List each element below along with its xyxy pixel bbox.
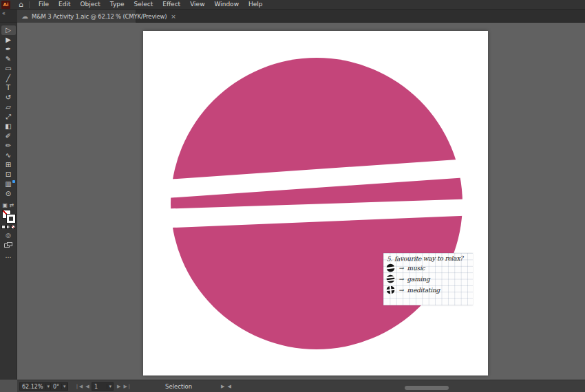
pen-tool[interactable]: ✒	[1, 45, 16, 54]
column-graph-tool[interactable]: ▥	[1, 179, 16, 189]
none-button[interactable]	[11, 225, 15, 229]
color-mode-row	[1, 225, 16, 229]
rotation-dropdown-icon[interactable]: ▾	[61, 384, 67, 389]
stroke-swatch[interactable]	[7, 215, 15, 223]
paintbrush-tool-icon: ✐	[6, 131, 11, 141]
status-popup-icons[interactable]: ▶◀	[221, 384, 234, 389]
pencil-tool[interactable]: ✏	[1, 141, 16, 151]
document-tab[interactable]: ☁ M&M 3 Activity 1.aic @ 62.12 % (CMYK/P…	[17, 10, 136, 23]
rotate-tool-icon: ↺	[6, 93, 11, 102]
shaper-tool[interactable]: ∿	[1, 151, 16, 160]
close-tab-icon[interactable]: ×	[171, 13, 176, 20]
zoom-tool[interactable]: ⊙	[1, 189, 16, 199]
rectangle-tool[interactable]: ▭	[1, 64, 16, 74]
screen-mode-icon[interactable]	[4, 242, 12, 248]
rotation-field[interactable]: 0° ▾	[50, 382, 68, 391]
menu-window[interactable]: Window	[210, 0, 244, 9]
edit-toolbar-button[interactable]: ⋯	[6, 254, 12, 261]
rotation-value: 0°	[51, 384, 61, 390]
first-artboard-icon[interactable]: ❘◀	[75, 384, 83, 389]
status-bar: 62.12% ▾ 0° ▾ ❘◀ ◀ 1 ▾ ▶ ▶❘ Selection ▶◀	[17, 380, 585, 392]
note-row-music: → music	[383, 263, 473, 273]
note-label-meditating: meditating	[407, 287, 440, 294]
note-row-gaming: → gaming	[383, 274, 473, 284]
status-collapse-icon[interactable]: ◀	[227, 384, 233, 389]
gradient-tool[interactable]: ◧	[1, 122, 16, 131]
column-graph-tool-icon: ▥	[5, 179, 11, 189]
gradient-tool-icon: ◧	[5, 122, 11, 131]
direct-selection-tool-icon: ▶	[6, 35, 11, 45]
rectangle-tool-icon: ▭	[5, 64, 11, 74]
pencil-tool-icon: ✏	[6, 141, 11, 151]
default-fill-stroke-icon[interactable]: ▣	[3, 202, 8, 208]
artboard-dropdown-icon[interactable]: ▾	[107, 384, 113, 389]
menu-effect[interactable]: Effect	[158, 0, 185, 9]
previous-artboard-icon[interactable]: ◀	[85, 384, 89, 389]
document-tab-bar: « ☁ M&M 3 Activity 1.aic @ 62.12 % (CMYK…	[0, 10, 585, 23]
menu-bar: Ai ⌂ File Edit Object Type Select Effect…	[0, 0, 585, 10]
illustrator-logo-icon: Ai	[1, 1, 10, 9]
tool-badge	[12, 180, 15, 183]
type-tool[interactable]: T	[1, 83, 16, 93]
menu-type[interactable]: Type	[105, 0, 129, 9]
document-title: M&M 3 Activity 1.aic @ 62.12 % (CMYK/Pre…	[32, 13, 167, 20]
next-artboard-icon[interactable]: ▶	[117, 384, 120, 389]
zoom-tool-icon: ⊙	[6, 189, 11, 199]
scale-tool-icon: ⤢	[6, 112, 11, 122]
arrow-glyph: →	[398, 276, 404, 283]
status-expand-icon[interactable]: ▶	[221, 384, 227, 389]
reference-note: 5. favourite way to relax? → music → gam…	[383, 253, 473, 305]
swap-fill-stroke-icon[interactable]: ⇄	[10, 202, 14, 208]
artboard-number-value: 1	[92, 384, 100, 390]
color-button[interactable]	[1, 225, 6, 229]
menu-separator	[29, 1, 30, 8]
gradient-button[interactable]	[6, 225, 10, 229]
shape-builder-tool[interactable]: ⊞	[1, 160, 16, 170]
artboard[interactable]	[143, 31, 488, 375]
scale-tool[interactable]: ⤢	[1, 112, 16, 122]
selection-tool[interactable]: ▷	[1, 25, 16, 35]
eraser-tool[interactable]: ▱	[1, 102, 16, 112]
menu-edit[interactable]: Edit	[54, 0, 75, 9]
eraser-tool-icon: ▱	[6, 102, 11, 112]
arrow-glyph: →	[398, 265, 404, 272]
curvature-tool-icon: ✎	[6, 54, 11, 64]
artboard-tool-icon: ⊡	[6, 170, 11, 179]
status-text: Selection	[165, 383, 192, 390]
pie-chart-artwork[interactable]	[143, 31, 488, 375]
arrow-glyph: →	[398, 287, 404, 294]
draw-mode-icon[interactable]: ◎	[6, 232, 11, 239]
statusbar-corner	[0, 380, 17, 392]
type-tool-icon: T	[6, 83, 10, 93]
artboard-tool[interactable]: ⊡	[1, 170, 16, 179]
last-artboard-icon[interactable]: ▶❘	[123, 384, 131, 389]
note-title: 5. favourite way to relax?	[383, 252, 473, 262]
menu-view[interactable]: View	[185, 0, 209, 9]
line-segment-tool-icon: ╱	[6, 74, 10, 83]
menu-object[interactable]: Object	[75, 0, 105, 9]
menu-select[interactable]: Select	[129, 0, 158, 9]
zoom-level-value: 62.12%	[20, 384, 45, 390]
fill-stroke-indicator	[2, 210, 15, 223]
shape-builder-tool-icon: ⊞	[6, 160, 11, 170]
horizontal-scrollbar-thumb[interactable]	[405, 386, 449, 390]
artboard-number-field[interactable]: 1 ▾	[92, 382, 114, 391]
collapse-panel-icon[interactable]: «	[2, 10, 6, 17]
cloud-icon: ☁	[21, 12, 28, 20]
menu-help[interactable]: Help	[244, 0, 268, 9]
circle-quarters-icon	[386, 285, 395, 294]
zoom-level-field[interactable]: 62.12% ▾	[19, 382, 52, 391]
circle-one-stripe-icon	[386, 263, 395, 272]
menu-file[interactable]: File	[34, 0, 54, 9]
tools-panel: ▷ ▶ ✒ ✎ ▭ ╱ T ↺ ▱ ⤢ ◧ ✐ ✏ ∿ ⊞ ⊡ ▥ ⊙ ▣ ⇄ …	[0, 23, 17, 380]
circle-two-stripes-icon	[386, 274, 395, 283]
note-row-meditating: → meditating	[383, 285, 473, 295]
curvature-tool[interactable]: ✎	[1, 54, 16, 64]
rotate-tool[interactable]: ↺	[1, 93, 16, 102]
paintbrush-tool[interactable]: ✐	[1, 131, 16, 141]
direct-selection-tool[interactable]: ▶	[1, 35, 16, 45]
note-label-music: music	[407, 265, 425, 272]
home-icon[interactable]: ⌂	[19, 1, 23, 8]
line-segment-tool[interactable]: ╱	[1, 74, 16, 83]
note-label-gaming: gaming	[407, 276, 430, 283]
